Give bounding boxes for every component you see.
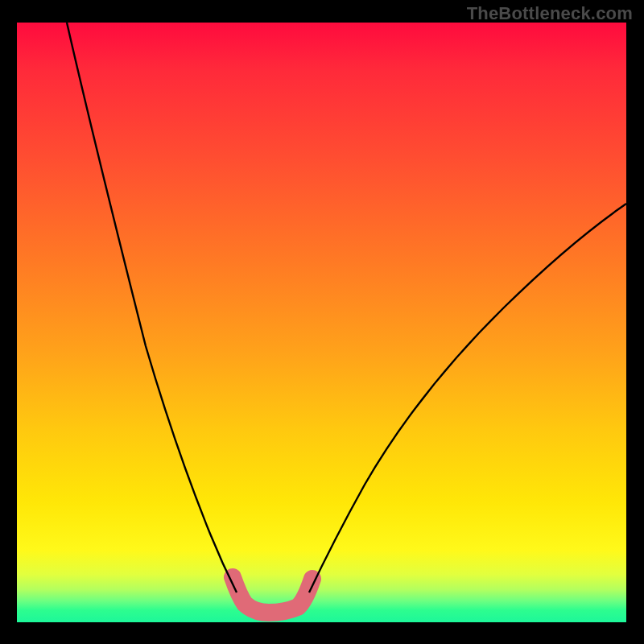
- curve-right: [309, 204, 626, 592]
- curve-layer: [17, 23, 626, 622]
- trough-highlight: [233, 577, 312, 613]
- chart-stage: TheBottleneck.com: [0, 0, 644, 644]
- plot-area: [17, 23, 626, 622]
- watermark-text: TheBottleneck.com: [467, 3, 633, 24]
- curve-left: [67, 23, 237, 592]
